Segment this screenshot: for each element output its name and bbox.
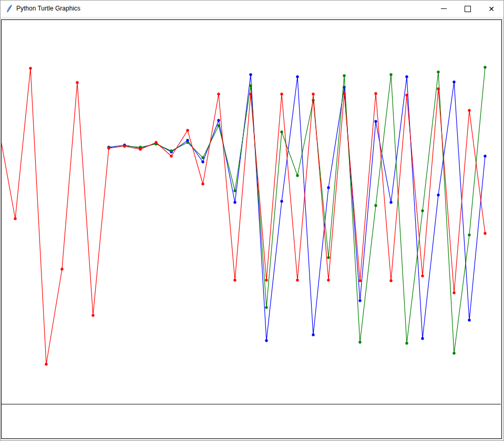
turtle-graphics-window: Python Turtle Graphics ✕ [0, 0, 504, 441]
turtle-canvas [1, 19, 502, 439]
close-icon: ✕ [488, 5, 495, 13]
tk-feather-icon[interactable] [6, 4, 13, 13]
window-title: Python Turtle Graphics [16, 5, 80, 12]
minimize-icon [441, 8, 447, 9]
maximize-icon [465, 6, 471, 12]
close-button[interactable]: ✕ [479, 1, 503, 17]
minimize-button[interactable] [431, 1, 456, 17]
maximize-button[interactable] [456, 1, 480, 17]
title-bar[interactable]: Python Turtle Graphics ✕ [1, 1, 503, 17]
